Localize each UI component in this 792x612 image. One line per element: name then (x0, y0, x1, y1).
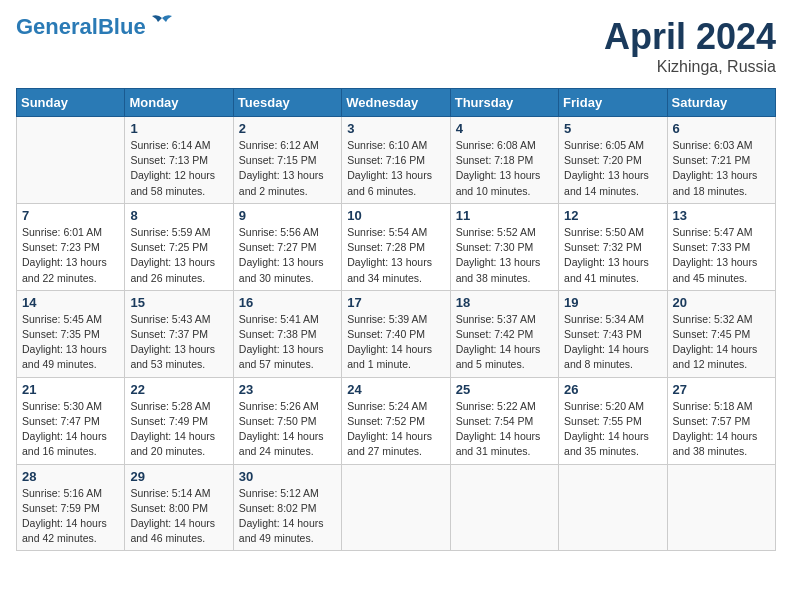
day-number: 21 (22, 382, 119, 397)
calendar-cell: 8Sunrise: 5:59 AMSunset: 7:25 PMDaylight… (125, 203, 233, 290)
day-number: 13 (673, 208, 770, 223)
cell-info: Sunrise: 5:14 AMSunset: 8:00 PMDaylight:… (130, 486, 227, 547)
cell-info: Sunrise: 5:43 AMSunset: 7:37 PMDaylight:… (130, 312, 227, 373)
cell-info: Sunrise: 5:47 AMSunset: 7:33 PMDaylight:… (673, 225, 770, 286)
day-number: 23 (239, 382, 336, 397)
calendar-cell: 20Sunrise: 5:32 AMSunset: 7:45 PMDayligh… (667, 290, 775, 377)
day-number: 6 (673, 121, 770, 136)
cell-info: Sunrise: 6:03 AMSunset: 7:21 PMDaylight:… (673, 138, 770, 199)
day-number: 25 (456, 382, 553, 397)
calendar-cell: 14Sunrise: 5:45 AMSunset: 7:35 PMDayligh… (17, 290, 125, 377)
week-row-5: 28Sunrise: 5:16 AMSunset: 7:59 PMDayligh… (17, 464, 776, 551)
cell-info: Sunrise: 5:56 AMSunset: 7:27 PMDaylight:… (239, 225, 336, 286)
day-number: 26 (564, 382, 661, 397)
cell-info: Sunrise: 6:08 AMSunset: 7:18 PMDaylight:… (456, 138, 553, 199)
cell-info: Sunrise: 5:20 AMSunset: 7:55 PMDaylight:… (564, 399, 661, 460)
cell-info: Sunrise: 5:54 AMSunset: 7:28 PMDaylight:… (347, 225, 444, 286)
calendar-cell: 21Sunrise: 5:30 AMSunset: 7:47 PMDayligh… (17, 377, 125, 464)
calendar-cell: 13Sunrise: 5:47 AMSunset: 7:33 PMDayligh… (667, 203, 775, 290)
cell-info: Sunrise: 5:22 AMSunset: 7:54 PMDaylight:… (456, 399, 553, 460)
day-number: 10 (347, 208, 444, 223)
calendar-cell: 6Sunrise: 6:03 AMSunset: 7:21 PMDaylight… (667, 117, 775, 204)
day-number: 28 (22, 469, 119, 484)
day-number: 29 (130, 469, 227, 484)
day-number: 4 (456, 121, 553, 136)
calendar-cell: 16Sunrise: 5:41 AMSunset: 7:38 PMDayligh… (233, 290, 341, 377)
cell-info: Sunrise: 5:16 AMSunset: 7:59 PMDaylight:… (22, 486, 119, 547)
calendar-cell: 9Sunrise: 5:56 AMSunset: 7:27 PMDaylight… (233, 203, 341, 290)
day-number: 12 (564, 208, 661, 223)
cell-info: Sunrise: 6:14 AMSunset: 7:13 PMDaylight:… (130, 138, 227, 199)
calendar-cell: 4Sunrise: 6:08 AMSunset: 7:18 PMDaylight… (450, 117, 558, 204)
column-header-thursday: Thursday (450, 89, 558, 117)
week-row-4: 21Sunrise: 5:30 AMSunset: 7:47 PMDayligh… (17, 377, 776, 464)
logo-text: GeneralBlue (16, 16, 146, 38)
day-number: 24 (347, 382, 444, 397)
cell-info: Sunrise: 5:41 AMSunset: 7:38 PMDaylight:… (239, 312, 336, 373)
month-title: April 2024 (604, 16, 776, 58)
calendar-cell: 12Sunrise: 5:50 AMSunset: 7:32 PMDayligh… (559, 203, 667, 290)
calendar-cell: 28Sunrise: 5:16 AMSunset: 7:59 PMDayligh… (17, 464, 125, 551)
calendar-cell: 10Sunrise: 5:54 AMSunset: 7:28 PMDayligh… (342, 203, 450, 290)
calendar-cell: 19Sunrise: 5:34 AMSunset: 7:43 PMDayligh… (559, 290, 667, 377)
cell-info: Sunrise: 5:24 AMSunset: 7:52 PMDaylight:… (347, 399, 444, 460)
calendar-cell: 18Sunrise: 5:37 AMSunset: 7:42 PMDayligh… (450, 290, 558, 377)
day-number: 20 (673, 295, 770, 310)
calendar-cell: 25Sunrise: 5:22 AMSunset: 7:54 PMDayligh… (450, 377, 558, 464)
calendar-header-row: SundayMondayTuesdayWednesdayThursdayFrid… (17, 89, 776, 117)
column-header-tuesday: Tuesday (233, 89, 341, 117)
calendar-cell (559, 464, 667, 551)
day-number: 17 (347, 295, 444, 310)
calendar-cell: 29Sunrise: 5:14 AMSunset: 8:00 PMDayligh… (125, 464, 233, 551)
cell-info: Sunrise: 5:28 AMSunset: 7:49 PMDaylight:… (130, 399, 227, 460)
day-number: 15 (130, 295, 227, 310)
column-header-saturday: Saturday (667, 89, 775, 117)
calendar-cell: 2Sunrise: 6:12 AMSunset: 7:15 PMDaylight… (233, 117, 341, 204)
calendar-cell: 30Sunrise: 5:12 AMSunset: 8:02 PMDayligh… (233, 464, 341, 551)
day-number: 3 (347, 121, 444, 136)
day-number: 5 (564, 121, 661, 136)
calendar-cell: 15Sunrise: 5:43 AMSunset: 7:37 PMDayligh… (125, 290, 233, 377)
week-row-1: 1Sunrise: 6:14 AMSunset: 7:13 PMDaylight… (17, 117, 776, 204)
day-number: 11 (456, 208, 553, 223)
day-number: 8 (130, 208, 227, 223)
calendar-cell: 26Sunrise: 5:20 AMSunset: 7:55 PMDayligh… (559, 377, 667, 464)
column-header-friday: Friday (559, 89, 667, 117)
calendar-cell: 22Sunrise: 5:28 AMSunset: 7:49 PMDayligh… (125, 377, 233, 464)
day-number: 1 (130, 121, 227, 136)
week-row-3: 14Sunrise: 5:45 AMSunset: 7:35 PMDayligh… (17, 290, 776, 377)
calendar-cell (17, 117, 125, 204)
calendar-cell: 23Sunrise: 5:26 AMSunset: 7:50 PMDayligh… (233, 377, 341, 464)
calendar-table: SundayMondayTuesdayWednesdayThursdayFrid… (16, 88, 776, 551)
cell-info: Sunrise: 5:45 AMSunset: 7:35 PMDaylight:… (22, 312, 119, 373)
cell-info: Sunrise: 5:59 AMSunset: 7:25 PMDaylight:… (130, 225, 227, 286)
cell-info: Sunrise: 6:10 AMSunset: 7:16 PMDaylight:… (347, 138, 444, 199)
calendar-cell (450, 464, 558, 551)
cell-info: Sunrise: 5:18 AMSunset: 7:57 PMDaylight:… (673, 399, 770, 460)
logo: GeneralBlue (16, 16, 176, 38)
column-header-wednesday: Wednesday (342, 89, 450, 117)
calendar-cell: 17Sunrise: 5:39 AMSunset: 7:40 PMDayligh… (342, 290, 450, 377)
calendar-cell (667, 464, 775, 551)
calendar-cell: 5Sunrise: 6:05 AMSunset: 7:20 PMDaylight… (559, 117, 667, 204)
calendar-cell: 1Sunrise: 6:14 AMSunset: 7:13 PMDaylight… (125, 117, 233, 204)
day-number: 7 (22, 208, 119, 223)
logo-bird-icon (148, 14, 176, 32)
day-number: 2 (239, 121, 336, 136)
cell-info: Sunrise: 5:26 AMSunset: 7:50 PMDaylight:… (239, 399, 336, 460)
calendar-cell: 7Sunrise: 6:01 AMSunset: 7:23 PMDaylight… (17, 203, 125, 290)
cell-info: Sunrise: 5:50 AMSunset: 7:32 PMDaylight:… (564, 225, 661, 286)
cell-info: Sunrise: 5:37 AMSunset: 7:42 PMDaylight:… (456, 312, 553, 373)
day-number: 18 (456, 295, 553, 310)
title-block: April 2024 Kizhinga, Russia (604, 16, 776, 76)
cell-info: Sunrise: 5:12 AMSunset: 8:02 PMDaylight:… (239, 486, 336, 547)
cell-info: Sunrise: 5:52 AMSunset: 7:30 PMDaylight:… (456, 225, 553, 286)
day-number: 27 (673, 382, 770, 397)
week-row-2: 7Sunrise: 6:01 AMSunset: 7:23 PMDaylight… (17, 203, 776, 290)
page-header: GeneralBlue April 2024 Kizhinga, Russia (16, 16, 776, 76)
day-number: 30 (239, 469, 336, 484)
cell-info: Sunrise: 6:12 AMSunset: 7:15 PMDaylight:… (239, 138, 336, 199)
column-header-monday: Monday (125, 89, 233, 117)
cell-info: Sunrise: 6:05 AMSunset: 7:20 PMDaylight:… (564, 138, 661, 199)
day-number: 22 (130, 382, 227, 397)
